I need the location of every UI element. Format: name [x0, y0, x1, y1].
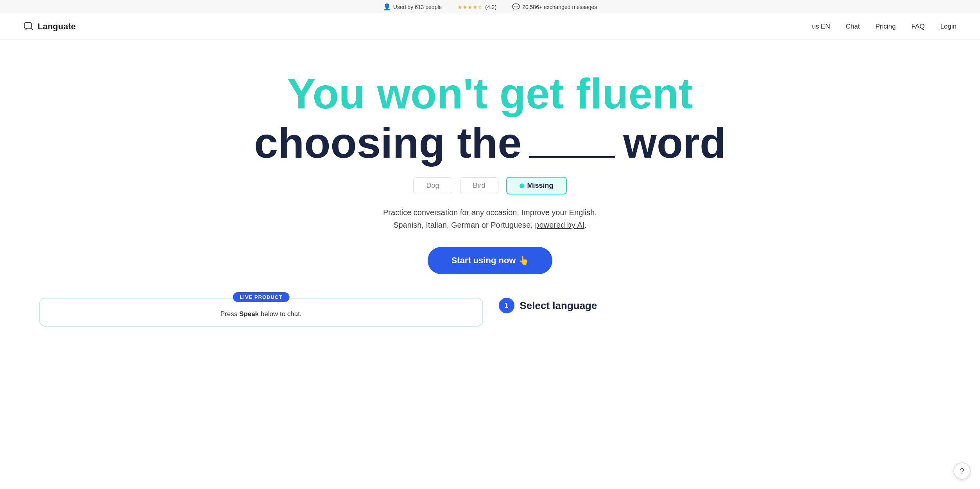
nav-faq-link[interactable]: FAQ — [911, 23, 924, 31]
chat-icon: 💬 — [512, 3, 520, 11]
navbar: Languate us EN Chat Pricing FAQ Login — [0, 14, 980, 40]
rating: ★★★★☆ (4.2) — [457, 4, 496, 10]
nav-pricing-link[interactable]: Pricing — [875, 23, 896, 31]
users-label: Used by 613 people — [393, 4, 442, 10]
choice-row: Dog Bird Missing — [16, 177, 964, 194]
logo-text: Languate — [38, 22, 76, 32]
hero-section: You won't get fluent choosing the word D… — [0, 40, 980, 342]
users-count: 👤 Used by 613 people — [383, 3, 442, 11]
powered-by-ai-link[interactable]: powered by AI — [535, 221, 585, 229]
headline-teal: You won't get fluent — [287, 69, 693, 117]
live-product-content: Press Speak below to chat. — [40, 298, 482, 326]
top-banner: 👤 Used by 613 people ★★★★☆ (4.2) 💬 20,58… — [0, 0, 980, 14]
speak-bold: Speak — [239, 310, 259, 318]
select-language-title: Select language — [520, 300, 597, 312]
choice-bird-label: Bird — [473, 182, 486, 189]
hero-headline-line1: You won't get fluent — [16, 71, 964, 116]
messages-count: 💬 20,586+ exchanged messages — [512, 3, 597, 11]
nav-links: us EN Chat Pricing FAQ Login — [812, 23, 957, 31]
step-circle: 1 — [499, 298, 514, 313]
choice-bird[interactable]: Bird — [460, 177, 498, 194]
choice-missing[interactable]: Missing — [506, 177, 567, 194]
choice-dog-label: Dog — [426, 182, 439, 189]
nav-chat-link[interactable]: Chat — [846, 23, 860, 31]
choice-missing-label: Missing — [527, 182, 554, 190]
person-icon: 👤 — [383, 3, 391, 11]
svg-rect-0 — [24, 23, 31, 28]
speak-text-after: below to chat. — [261, 310, 302, 318]
live-product-card: LIVE PRODUCT Press Speak below to chat. — [39, 298, 483, 327]
hero-subtitle: Practice conversation for any occasion. … — [369, 206, 611, 231]
choice-dog[interactable]: Dog — [413, 177, 452, 194]
cta-button[interactable]: Start using now 👆 — [428, 247, 552, 274]
logo-icon — [23, 21, 34, 32]
speak-instruction: Press Speak below to chat. — [49, 310, 473, 318]
stars: ★★★★☆ — [457, 4, 483, 10]
messages-label: 20,586+ exchanged messages — [522, 4, 597, 10]
logo[interactable]: Languate — [23, 21, 76, 32]
subtitle-end: . — [584, 221, 587, 229]
hero-headline-line2: choosing the word — [16, 120, 964, 165]
headline-part1: choosing the — [254, 120, 521, 165]
nav-login-link[interactable]: Login — [940, 23, 957, 31]
live-product-badge: LIVE PRODUCT — [233, 292, 289, 302]
nav-lang-switcher[interactable]: us EN — [812, 23, 830, 31]
cta-label: Start using now 👆 — [451, 255, 529, 266]
select-language-header: 1 Select language — [499, 298, 941, 313]
rating-label: (4.2) — [485, 4, 496, 10]
bottom-section: LIVE PRODUCT Press Speak below to chat. … — [16, 298, 964, 327]
select-language-section: 1 Select language — [499, 298, 941, 321]
headline-part2: word — [623, 120, 726, 165]
choice-dot — [520, 183, 524, 188]
speak-text-before: Press — [220, 310, 237, 318]
hero-blank-underline — [529, 156, 615, 158]
